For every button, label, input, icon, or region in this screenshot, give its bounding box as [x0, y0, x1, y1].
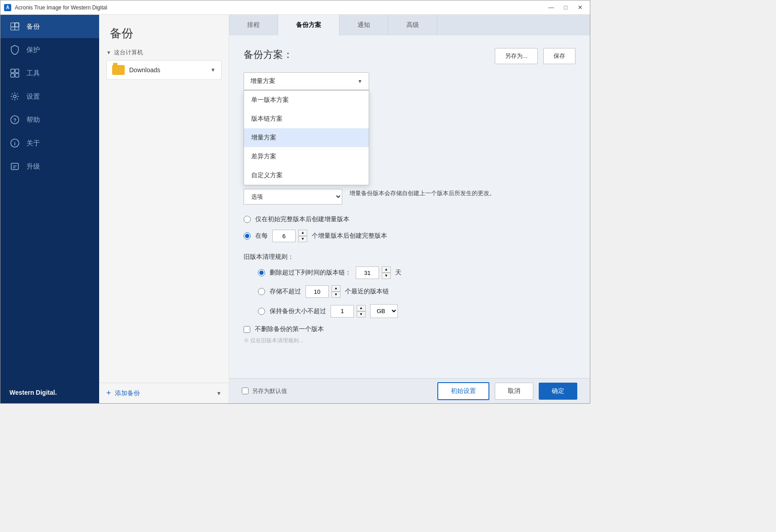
sidebar-logo-area: Western Digital.: [0, 382, 99, 403]
sidebar-item-upgrade[interactable]: 升级: [0, 155, 99, 178]
tab-advanced[interactable]: 高级: [388, 15, 437, 35]
description-area: 选项 增量备份版本会存储自创建上一个版本后所发生的更改。: [244, 189, 575, 205]
save-as-default-label: 另存为默认值: [252, 387, 287, 395]
sidebar-backup-label: 备份: [26, 22, 40, 31]
cleanup-option-days: 删除超过下列时间的版本链： ▲ ▼ 天: [258, 266, 575, 279]
section-arrow: ▼: [106, 50, 111, 55]
sidebar-settings-label: 设置: [26, 92, 40, 101]
section-label-text: 这台计算机: [114, 48, 143, 57]
svg-rect-13: [11, 163, 18, 170]
scheme-dropdown-container: 增量方案 ▼ 单一版本方案 版本链方案 增量方案: [244, 72, 369, 90]
svg-rect-0: [11, 23, 15, 27]
cleanup-count-up[interactable]: ▲: [331, 285, 340, 292]
folder-name: Downloads: [129, 66, 160, 74]
add-backup-button[interactable]: + 添加备份 ▼: [99, 383, 229, 403]
cleanup-days-input[interactable]: [356, 266, 379, 279]
add-backup-label: 添加备份: [115, 389, 140, 397]
sidebar-item-help[interactable]: ? 帮助: [0, 108, 99, 131]
save-button[interactable]: 保存: [543, 48, 575, 64]
panel-content: 另存为... 保存 备份方案： 增量方案 ▼ 单一版本方案: [229, 35, 590, 378]
cleanup-size-radio[interactable]: [258, 308, 265, 315]
no-delete-first-checkbox[interactable]: [244, 326, 250, 333]
cleanup-count-prefix: 存储不超过: [270, 288, 301, 296]
mode-select[interactable]: 选项: [244, 189, 342, 205]
incremental-count-up[interactable]: ▲: [298, 230, 307, 236]
cleanup-option-count: 存储不超过 ▲ ▼ 个最近的版本链: [258, 285, 575, 298]
svg-rect-1: [15, 23, 19, 27]
cleanup-days-radio[interactable]: [258, 269, 265, 276]
main-layout: 备份 保护 工具: [0, 15, 590, 403]
dropdown-option-incremental[interactable]: 增量方案: [244, 128, 369, 147]
reset-button[interactable]: 初始设置: [437, 382, 489, 400]
sidebar-item-settings[interactable]: 设置: [0, 85, 99, 108]
cleanup-days-down[interactable]: ▼: [382, 273, 391, 279]
shield-icon: [9, 44, 20, 55]
folder-item-left: Downloads: [112, 65, 160, 75]
svg-rect-5: [15, 69, 19, 73]
cleanup-days-spinner: ▲ ▼: [382, 266, 391, 279]
about-icon: i: [9, 138, 20, 148]
cleanup-size-prefix: 保持备份大小不超过: [270, 307, 326, 315]
titlebar: A Acronis True Image for Western Digital…: [0, 0, 590, 15]
left-panel-section: ▼ 这台计算机 Downloads ▼: [99, 48, 229, 80]
dropdown-option-differential[interactable]: 差异方案: [244, 147, 369, 166]
cleanup-title: 旧版本清理规则：: [244, 253, 575, 261]
dropdown-option-single[interactable]: 单一版本方案: [244, 91, 369, 109]
cleanup-size-down[interactable]: ▼: [357, 311, 366, 318]
radio-only-after-full-input[interactable]: [244, 216, 251, 223]
cleanup-count-radio[interactable]: [258, 288, 265, 295]
cleanup-count-suffix: 个最近的版本链: [345, 288, 389, 296]
blurred-hint: ※ 仅在旧版本清理规则...: [244, 337, 575, 344]
scheme-dropdown[interactable]: 增量方案 ▼: [244, 72, 369, 90]
cleanup-days-group: ▲ ▼: [356, 266, 391, 279]
incremental-count-down[interactable]: ▼: [298, 236, 307, 242]
maximize-button[interactable]: □: [559, 3, 572, 13]
dropdown-arrow-icon: ▼: [357, 78, 362, 84]
svg-rect-2: [11, 27, 15, 30]
radio-after-n-suffix: 个增量版本后创建完整版本: [312, 232, 387, 240]
cleanup-size-input[interactable]: [331, 305, 354, 318]
sidebar-protection-label: 保护: [26, 46, 40, 54]
folder-icon: [112, 65, 125, 75]
svg-point-8: [13, 95, 16, 98]
cleanup-size-unit-select[interactable]: GB MB TB: [370, 304, 398, 318]
sidebar-item-protection[interactable]: 保护: [0, 38, 99, 61]
tab-backup-scheme[interactable]: 备份方案: [278, 15, 340, 35]
ok-button[interactable]: 确定: [539, 383, 577, 400]
dropdown-option-custom[interactable]: 自定义方案: [244, 166, 369, 185]
sidebar-item-tools[interactable]: 工具: [0, 61, 99, 85]
incremental-count-input[interactable]: [272, 230, 296, 242]
dropdown-option-version-chain[interactable]: 版本链方案: [244, 109, 369, 128]
no-delete-first-checkbox-item: 不删除备份的第一个版本: [244, 325, 575, 333]
cleanup-size-up[interactable]: ▲: [357, 305, 366, 311]
scheme-dropdown-menu: 单一版本方案 版本链方案 增量方案 差异方案: [244, 90, 369, 185]
sidebar-upgrade-label: 升级: [26, 162, 40, 171]
save-buttons: 另存为... 保存: [495, 48, 575, 64]
folder-expand-icon: ▼: [210, 67, 216, 73]
close-button[interactable]: ✕: [574, 3, 586, 13]
tools-icon: [9, 68, 20, 78]
sidebar-item-about[interactable]: i 关于: [0, 131, 99, 155]
save-as-default-checkbox[interactable]: [242, 388, 248, 394]
upgrade-icon: [9, 161, 20, 172]
radio-after-n-incremental: 在每 ▲ ▼ 个增量版本后创建完整版本: [244, 230, 575, 242]
settings-icon: [9, 91, 20, 102]
minimize-button[interactable]: —: [545, 3, 558, 13]
cleanup-days-up[interactable]: ▲: [382, 266, 391, 273]
cleanup-count-input[interactable]: [305, 285, 329, 298]
app-icon: A: [4, 4, 11, 11]
radio-after-n-input[interactable]: [244, 232, 251, 240]
sidebar-item-backup[interactable]: 备份: [0, 15, 99, 38]
folder-item[interactable]: Downloads ▼: [106, 60, 222, 80]
incremental-options: 仅在初始完整版本后创建增量版本 在每 ▲ ▼: [244, 215, 575, 242]
left-panel-title: 备份: [99, 15, 229, 48]
bottom-bar: 另存为默认值 初始设置 取消 确定: [229, 378, 590, 403]
save-as-button[interactable]: 另存为...: [495, 48, 538, 64]
cleanup-count-down[interactable]: ▼: [331, 292, 340, 298]
cancel-button[interactable]: 取消: [495, 383, 533, 400]
radio-only-after-full-label: 仅在初始完整版本后创建增量版本: [255, 215, 349, 223]
tab-schedule[interactable]: 排程: [229, 15, 278, 35]
right-panel: 排程 备份方案 通知 高级 另存为... 保存: [229, 15, 590, 403]
radio-after-n-prefix: 在每: [255, 232, 268, 240]
tab-notification[interactable]: 通知: [340, 15, 388, 35]
